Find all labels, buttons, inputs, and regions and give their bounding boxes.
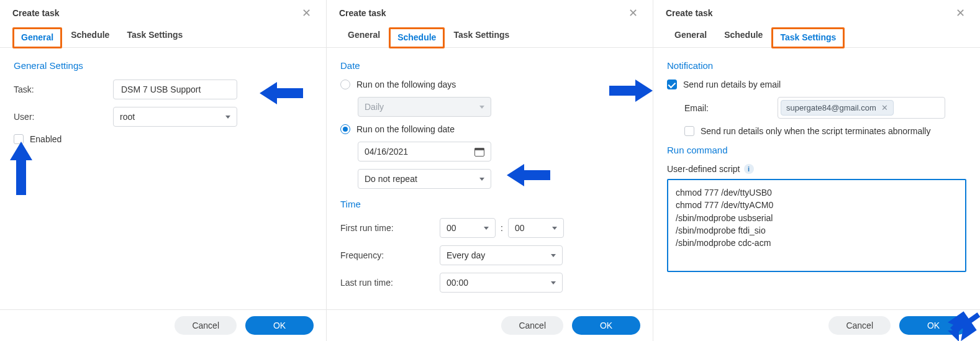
close-icon[interactable]: ✕: [953, 7, 968, 19]
date-input[interactable]: 04/16/2021: [358, 142, 491, 161]
enabled-checkbox[interactable]: [14, 134, 24, 144]
user-label: User:: [14, 112, 113, 122]
tab-schedule[interactable]: Schedule: [62, 25, 118, 47]
run-days-select[interactable]: Daily: [358, 97, 491, 117]
frequency-label: Frequency:: [340, 250, 440, 260]
repeat-select[interactable]: Do not repeat: [358, 169, 491, 189]
abnormal-only-checkbox[interactable]: [684, 126, 694, 136]
email-chip: supergate84@gmail.com ✕: [781, 100, 894, 116]
cancel-button[interactable]: Cancel: [175, 316, 237, 335]
repeat-value: Do not repeat: [365, 174, 417, 184]
run-days-radio[interactable]: [340, 80, 350, 89]
abnormal-only-label: Send run details only when the script te…: [701, 126, 930, 136]
section-notification: Notification: [667, 60, 966, 71]
titlebar: Create task ✕: [327, 0, 653, 25]
email-chip-text: supergate84@gmail.com: [786, 103, 876, 112]
task-name-field[interactable]: [120, 84, 230, 95]
date-value: 04/16/2021: [365, 147, 408, 157]
last-run-select[interactable]: 00:00: [440, 273, 563, 293]
tab-general[interactable]: General: [666, 25, 715, 47]
section-time: Time: [340, 199, 639, 209]
first-run-min-select[interactable]: 00: [508, 218, 564, 238]
section-general-settings: General Settings: [14, 60, 312, 71]
chevron-down-icon: [552, 227, 557, 230]
run-days-value: Daily: [365, 102, 384, 112]
first-run-label: First run time:: [340, 223, 440, 233]
first-run-min: 00: [515, 223, 525, 233]
run-date-label: Run on the following date: [356, 124, 455, 134]
tab-general[interactable]: General: [339, 25, 389, 47]
email-label: Email:: [684, 103, 778, 113]
cancel-button[interactable]: Cancel: [828, 316, 891, 335]
send-email-checkbox[interactable]: [667, 80, 677, 89]
chip-remove-icon[interactable]: ✕: [881, 103, 888, 112]
first-run-hour-select[interactable]: 00: [440, 218, 496, 238]
email-chip-input[interactable]: supergate84@gmail.com ✕: [778, 97, 945, 119]
calendar-icon: [474, 147, 484, 157]
create-task-panel-general: Create task ✕ General Schedule Task Sett…: [0, 0, 327, 341]
tabs: General Schedule Task Settings: [327, 25, 653, 48]
tab-task-settings[interactable]: Task Settings: [445, 25, 518, 47]
run-days-label: Run on the following days: [356, 80, 456, 89]
create-task-panel-schedule: Create task ✕ General Schedule Task Sett…: [327, 0, 653, 341]
tab-schedule[interactable]: Schedule: [389, 27, 445, 48]
chevron-down-icon: [479, 106, 484, 109]
enabled-label: Enabled: [30, 134, 61, 144]
section-run-command: Run command: [667, 145, 966, 155]
send-email-label: Send run details by email: [683, 80, 781, 89]
run-date-radio[interactable]: [340, 124, 350, 134]
chevron-down-icon: [479, 178, 484, 181]
user-select[interactable]: root: [113, 107, 237, 127]
chevron-down-icon: [551, 254, 556, 257]
window-title: Create task: [12, 8, 299, 18]
info-icon[interactable]: i: [744, 164, 754, 174]
tab-task-settings[interactable]: Task Settings: [118, 25, 191, 47]
ok-button[interactable]: OK: [572, 316, 640, 335]
task-label: Task:: [14, 84, 113, 94]
frequency-select[interactable]: Every day: [440, 245, 563, 265]
script-label: User-defined script: [667, 164, 740, 174]
task-name-input[interactable]: [113, 80, 237, 99]
window-title: Create task: [666, 8, 953, 18]
frequency-value: Every day: [447, 250, 485, 260]
tabs: General Schedule Task Settings: [0, 25, 326, 48]
close-icon[interactable]: ✕: [299, 7, 314, 19]
window-title: Create task: [339, 8, 626, 18]
tab-schedule[interactable]: Schedule: [715, 25, 771, 47]
close-icon[interactable]: ✕: [626, 7, 640, 19]
last-run-value: 00:00: [447, 278, 468, 288]
tab-task-settings[interactable]: Task Settings: [771, 27, 845, 48]
tabs: General Schedule Task Settings: [653, 25, 980, 48]
chevron-down-icon: [225, 116, 230, 119]
ok-button[interactable]: OK: [899, 316, 968, 335]
first-run-hour: 00: [447, 223, 456, 233]
create-task-panel-tasksettings: Create task ✕ General Schedule Task Sett…: [653, 0, 980, 341]
last-run-label: Last run time:: [340, 278, 440, 288]
chevron-down-icon: [484, 227, 489, 230]
ok-button[interactable]: OK: [245, 316, 314, 335]
time-separator: :: [501, 223, 503, 233]
section-date: Date: [340, 60, 639, 71]
cancel-button[interactable]: Cancel: [501, 316, 563, 335]
tab-general[interactable]: General: [12, 27, 62, 48]
user-select-value: root: [120, 112, 135, 122]
user-script-textarea[interactable]: [667, 179, 966, 272]
titlebar: Create task ✕: [0, 0, 326, 25]
titlebar: Create task ✕: [653, 0, 980, 25]
chevron-down-icon: [551, 281, 556, 284]
